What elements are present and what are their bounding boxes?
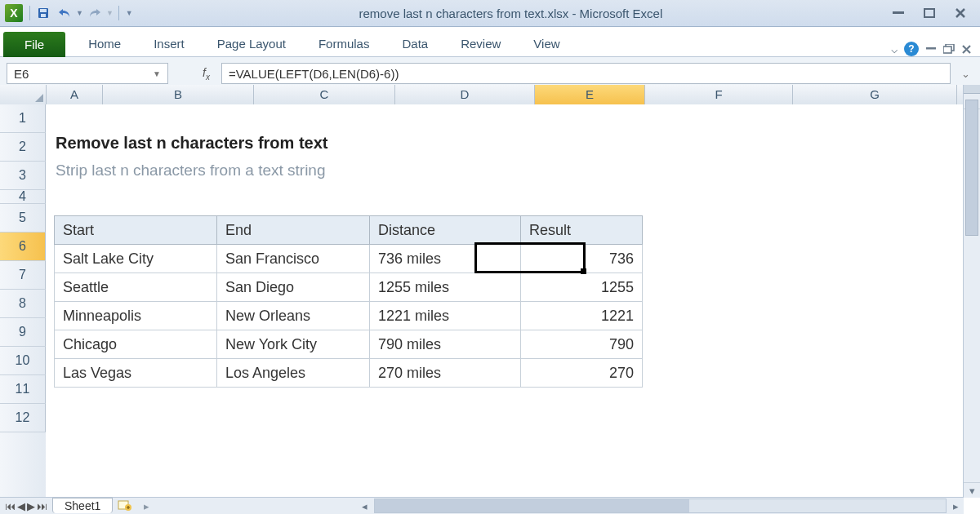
row-header-1[interactable]: 1 [0,104,46,133]
redo-icon [88,7,101,19]
header-end[interactable]: End [217,216,370,245]
save-button[interactable] [33,3,53,23]
scroll-down-button[interactable]: ▾ [964,482,980,498]
tab-review[interactable]: Review [444,31,517,56]
cells-area[interactable]: Remove last n characters from text Strip… [46,104,964,498]
sheet-tab-active[interactable]: Sheet1 [52,498,113,513]
undo-icon [58,7,71,19]
fx-icon[interactable]: fx [203,66,210,82]
undo-button[interactable] [55,3,74,23]
workbook-restore-button[interactable] [943,44,955,54]
sheet-title: Remove last n characters from text [56,134,327,153]
cell-start[interactable]: Minneapolis [55,302,217,330]
tab-page-layout[interactable]: Page Layout [201,31,302,56]
column-headers: ABCDEFG [0,85,964,105]
svg-rect-7 [943,47,951,53]
row-header-11[interactable]: 11 [0,375,46,404]
cell-end[interactable]: New York City [217,330,370,359]
sheet-nav-last-icon[interactable]: ⏭ [37,500,47,512]
column-header-E[interactable]: E [535,85,645,104]
workbook-minimize-button[interactable] [925,47,937,51]
sheet-nav-first-icon[interactable]: ⏮ [5,500,16,512]
save-icon [37,7,50,20]
hscroll-thumb[interactable] [375,499,688,512]
row-header-9[interactable]: 9 [0,318,46,347]
tab-scroll-right-icon[interactable]: ▸ [144,500,149,512]
tab-formulas[interactable]: Formulas [302,31,386,56]
undo-dropdown-icon[interactable]: ▼ [76,9,83,17]
row-header-3[interactable]: 3 [0,162,46,190]
cell-start[interactable]: Las Vegas [55,359,217,388]
sheet-nav-next-icon[interactable]: ▶ [27,500,35,512]
vertical-scrollbar[interactable]: ▴ ▾ [963,85,980,498]
formula-input[interactable]: =VALUE(LEFT(D6,LEN(D6)-6)) [221,63,951,84]
column-header-A[interactable]: A [47,85,103,104]
cell-distance[interactable]: 1255 miles [370,273,521,302]
split-handle[interactable] [964,85,980,94]
workbook-close-button[interactable] [961,44,972,55]
row-header-10[interactable]: 10 [0,347,46,375]
row-header-7[interactable]: 7 [0,261,46,290]
cell-distance[interactable]: 270 miles [370,359,521,388]
row-header-5[interactable]: 5 [0,204,46,233]
cell-result[interactable]: 270 [521,359,643,388]
new-sheet-button[interactable] [118,499,132,512]
ribbon-tabs: File Home Insert Page Layout Formulas Da… [0,27,980,57]
header-result[interactable]: Result [521,216,643,245]
row-header-6[interactable]: 6 [0,233,46,261]
horizontal-scrollbar[interactable] [374,498,947,513]
redo-button[interactable] [85,3,105,23]
cell-start[interactable]: Chicago [55,330,217,359]
worksheet-grid[interactable]: ABCDEFG 123456789101112 Remove last n ch… [0,85,964,498]
name-box-dropdown-icon[interactable]: ▼ [153,69,161,78]
tab-data[interactable]: Data [385,31,444,56]
cell-result[interactable]: 790 [521,330,643,359]
name-box[interactable]: E6 ▼ [7,63,168,84]
redo-dropdown-icon[interactable]: ▼ [106,9,114,17]
hscroll-left-icon[interactable]: ◂ [362,500,368,512]
cell-result[interactable]: 736 [521,245,643,273]
cell-end[interactable]: San Diego [217,273,370,302]
sheet-nav-prev-icon[interactable]: ◀ [17,500,25,512]
cell-start[interactable]: Salt Lake City [55,245,217,273]
tab-home[interactable]: Home [72,31,137,56]
header-distance[interactable]: Distance [370,216,521,245]
column-header-G[interactable]: G [793,85,957,104]
scroll-thumb[interactable] [965,100,978,236]
row-header-12[interactable]: 12 [0,404,46,432]
tab-insert[interactable]: Insert [137,31,201,56]
cell-end[interactable]: New Orleans [217,302,370,330]
cell-distance[interactable]: 1221 miles [370,302,521,330]
formula-expand-icon[interactable]: ⌄ [957,68,973,80]
scroll-track[interactable] [964,100,980,483]
tab-view[interactable]: View [517,31,576,56]
hscroll-right-icon[interactable]: ▸ [953,500,959,512]
help-button[interactable]: ? [904,42,919,56]
ribbon-minimize-icon[interactable]: ⌵ [891,42,898,55]
select-all-corner[interactable] [0,85,47,104]
column-header-B[interactable]: B [103,85,254,104]
close-button[interactable] [951,5,970,21]
file-tab[interactable]: File [3,32,65,57]
svg-rect-4 [924,9,934,17]
table-row: Salt Lake CitySan Francisco736 miles736 [55,245,643,273]
row-header-8[interactable]: 8 [0,290,46,318]
minimize-button[interactable] [889,5,908,21]
cell-start[interactable]: Seattle [55,273,217,302]
cell-end[interactable]: Los Angeles [217,359,370,388]
column-header-C[interactable]: C [254,85,395,104]
table-header-row: Start End Distance Result [55,216,643,245]
column-header-F[interactable]: F [645,85,793,104]
column-header-D[interactable]: D [395,85,535,104]
cell-distance[interactable]: 790 miles [370,330,521,359]
cell-end[interactable]: San Francisco [217,245,370,273]
cell-result[interactable]: 1221 [521,302,643,330]
cell-result[interactable]: 1255 [521,273,643,302]
cell-distance[interactable]: 736 miles [370,245,521,273]
maximize-button[interactable] [920,5,939,21]
header-start[interactable]: Start [55,216,217,245]
row-header-4[interactable]: 4 [0,190,46,204]
svg-rect-2 [41,14,46,17]
row-header-2[interactable]: 2 [0,133,46,162]
qat-customize-icon[interactable]: ▼ [126,9,133,17]
